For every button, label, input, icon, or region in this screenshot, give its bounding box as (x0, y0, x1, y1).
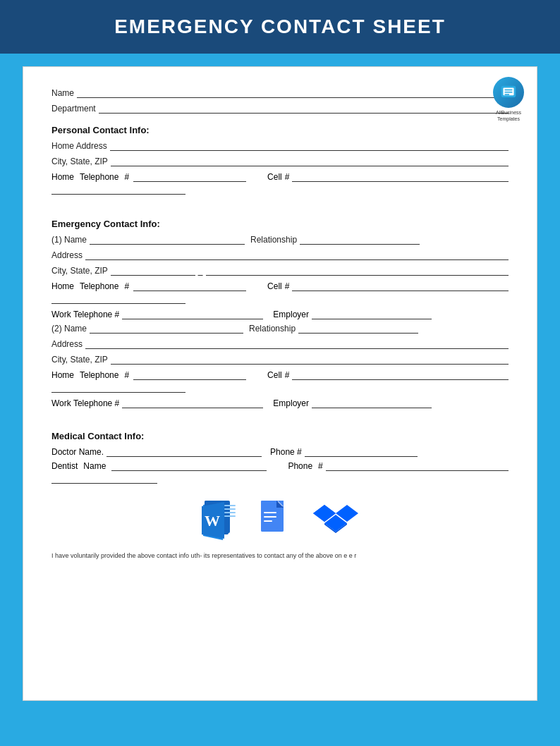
logo-text: AllBusiness Templates (496, 109, 521, 122)
contact1-addr-field[interactable] (85, 250, 509, 260)
contact1-city-field1[interactable] (111, 266, 195, 276)
name-line: Name (51, 88, 509, 98)
svg-rect-3 (505, 90, 513, 91)
contact2-addr-field[interactable] (85, 339, 509, 349)
form-container: AllBusiness Templates Name Department Pe… (23, 66, 537, 701)
telephone-label: Telephone (80, 172, 118, 182)
contact1-emp-label: Employer (273, 310, 309, 319)
cell-hash: # (285, 172, 290, 182)
contact1-rel-field[interactable] (300, 235, 420, 245)
contact1-phone-row: Home Telephone # Cell # (51, 281, 509, 291)
contact1-cell-hash: # (285, 281, 290, 291)
contact1-addr-label: Address (51, 250, 83, 260)
word-icon[interactable]: W (202, 499, 238, 544)
footer-icons: W (51, 499, 509, 544)
contact1-phone-field[interactable] (133, 281, 246, 291)
logo-icon (493, 77, 524, 108)
contact1-city-label: City, State, ZIP (51, 266, 108, 276)
medical-section-title: Medical Contact Info: (51, 431, 509, 441)
contact1-tel-label: Telephone (80, 281, 118, 291)
phone-label: Phone # (270, 447, 302, 457)
contact1-address-line: Address (51, 250, 509, 260)
contact1-work-label: Work Telephone # (51, 310, 119, 319)
dentist-name-label: Name (83, 461, 106, 471)
contact2-work-row: Work Telephone # Employer (51, 398, 509, 408)
contact2-city-label: City, State, ZIP (51, 355, 108, 365)
home-phone-field[interactable] (133, 172, 246, 182)
home-address-field[interactable] (110, 141, 509, 151)
contact2-city-field[interactable] (111, 355, 509, 365)
svg-text:W: W (205, 512, 220, 530)
dentist-label: Dentist (51, 461, 78, 471)
city-state-zip-label: City, State, ZIP (51, 157, 108, 166)
contact1-work-row: Work Telephone # Employer (51, 310, 509, 319)
dentist-phone-field[interactable] (326, 461, 509, 471)
dentist-phone-overflow[interactable] (51, 474, 157, 484)
contact2-city-line: City, State, ZIP (51, 355, 509, 365)
svg-rect-14 (224, 515, 236, 517)
contact1-cell-field[interactable] (292, 281, 509, 291)
dentist-hash: # (318, 461, 323, 471)
contact2-tel-label: Telephone (80, 370, 118, 380)
contact2-name-label: (2) Name (51, 324, 87, 334)
name-field[interactable] (77, 88, 509, 98)
cell-phone-field[interactable] (292, 172, 509, 182)
svg-rect-20 (261, 501, 278, 529)
home-phone-overflow-field[interactable] (51, 185, 185, 195)
contact1-name-line: (1) Name Relationship (51, 235, 509, 245)
svg-rect-11 (224, 505, 236, 506)
doctor-phone-field[interactable] (305, 447, 418, 457)
dept-label: Department (51, 104, 96, 114)
contact2-addr-label: Address (51, 339, 83, 349)
dept-field[interactable] (99, 104, 509, 114)
contact2-hash: # (124, 370, 129, 380)
contact2-rel-field[interactable] (298, 324, 418, 334)
contact1-home-label: Home (51, 281, 74, 291)
doctor-name-field[interactable] (106, 447, 262, 457)
contact2-phone-overflow[interactable] (51, 383, 185, 393)
svg-rect-22 (264, 512, 276, 513)
page-title: EMERGENCY CONTACT SHEET (0, 16, 560, 38)
contact1-city-field2[interactable] (206, 266, 509, 276)
emergency-section-title: Emergency Contact Info: (51, 219, 509, 229)
contact2-address-line: Address (51, 339, 509, 349)
contact1-phone-overflow[interactable] (51, 294, 185, 304)
contact2-work-label: Work Telephone # (51, 398, 119, 408)
doctor-label: Doctor Name. (51, 447, 104, 457)
contact1-city-line: City, State, ZIP _ (51, 266, 509, 276)
contact1-cell-label: Cell (267, 281, 282, 291)
svg-rect-4 (505, 92, 513, 93)
contact2-home-label: Home (51, 370, 74, 380)
contact1-hash: # (124, 281, 129, 291)
hash-symbol: # (124, 172, 129, 182)
contact2-emp-label: Employer (273, 398, 309, 408)
city-state-zip-line: City, State, ZIP (51, 157, 509, 166)
contact2-phone-field[interactable] (133, 370, 246, 380)
dept-line: Department (51, 104, 509, 114)
gdocs-icon[interactable] (260, 499, 292, 544)
contact2-name-line: (2) Name Relationship (51, 324, 509, 334)
contact2-work-field[interactable] (122, 398, 263, 408)
svg-rect-12 (224, 508, 236, 510)
city-state-zip-field[interactable] (111, 157, 509, 166)
page-header: EMERGENCY CONTACT SHEET (0, 0, 560, 54)
name-label: Name (51, 88, 74, 98)
contact2-cell-label: Cell (267, 370, 282, 380)
contact2-phone-row: Home Telephone # Cell # (51, 370, 509, 380)
name-dept-section: Name Department (51, 88, 509, 114)
contact1-name-field[interactable] (90, 235, 245, 245)
svg-rect-13 (224, 512, 236, 513)
dentist-name-field[interactable] (111, 461, 267, 471)
contact2-employer-field[interactable] (312, 398, 432, 408)
contact1-employer-field[interactable] (312, 310, 432, 319)
home-phone-row: Home Telephone # Cell # (51, 172, 509, 182)
cell-label: Cell (267, 172, 282, 182)
contact2-cell-field[interactable] (292, 370, 509, 380)
home-address-label: Home Address (51, 141, 107, 151)
contact1-work-field[interactable] (122, 310, 263, 319)
contact2-name-field[interactable] (90, 324, 243, 334)
dropbox-icon[interactable] (313, 499, 358, 544)
contact1-name-label: (1) Name (51, 235, 87, 245)
contact2-rel-label: Relationship (249, 324, 296, 334)
dentist-phone-label: Phone (288, 461, 312, 471)
